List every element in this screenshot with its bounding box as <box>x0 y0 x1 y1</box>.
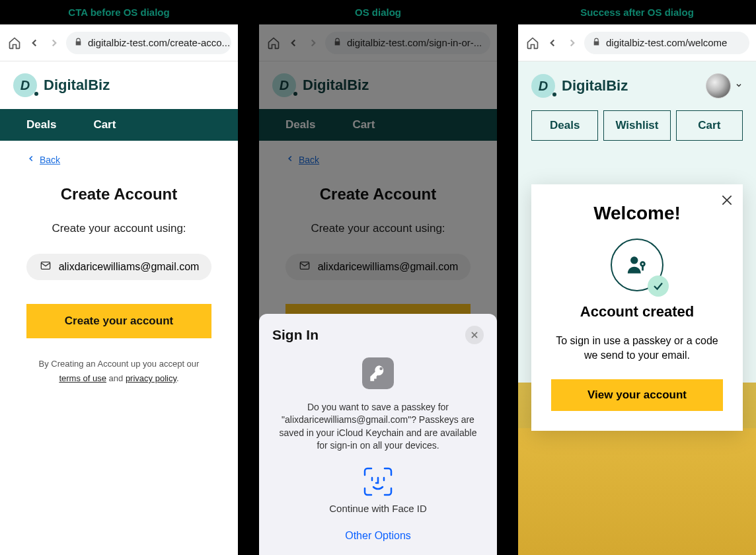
passkey-key-icon <box>362 357 394 389</box>
faceid-icon <box>362 466 394 498</box>
view-account-button[interactable]: View your account <box>551 379 723 411</box>
welcome-card: Welcome! Account created To sign in use … <box>531 184 743 431</box>
mail-icon <box>39 260 52 274</box>
chevron-down-icon <box>735 81 743 91</box>
nav-bar: Deals Cart <box>0 109 238 141</box>
tab-bar: Deals Wishlist Cart <box>518 110 756 141</box>
nav-cart[interactable]: Cart <box>93 118 116 131</box>
other-options-link[interactable]: Other Options <box>272 530 484 542</box>
legal-text: By Creating an Account up you accept our… <box>26 357 211 386</box>
nav-deals[interactable]: Deals <box>26 118 56 131</box>
brand[interactable]: D DigitalBiz <box>13 73 110 97</box>
browser-bar: digitalbiz-test.com/welcome <box>518 24 756 61</box>
welcome-body: To sign in use a passkey or a code we se… <box>551 334 723 363</box>
caption-s2: OS dialog <box>259 0 497 24</box>
tab-wishlist[interactable]: Wishlist <box>603 110 670 141</box>
back-icon[interactable] <box>545 35 560 51</box>
svg-point-8 <box>630 256 638 264</box>
dialog-title: Sign In <box>272 327 319 343</box>
privacy-link[interactable]: privacy policy <box>126 373 176 383</box>
back-icon[interactable] <box>26 35 42 51</box>
app-header: D DigitalBiz <box>518 61 756 110</box>
caption-s1: CTA before OS dialog <box>0 0 238 24</box>
back-label: Back <box>40 155 60 165</box>
home-icon[interactable] <box>525 35 541 51</box>
success-icon <box>611 239 663 291</box>
url-bar[interactable]: digitalbiz-test.com/welcome <box>584 32 749 54</box>
dialog-body: Do you want to save a passkey for "alixd… <box>272 401 484 453</box>
brand[interactable]: D DigitalBiz <box>531 74 628 98</box>
lock-icon <box>74 38 83 48</box>
url-text: digitalbiz-test.com/create-acco... <box>88 37 230 48</box>
terms-link[interactable]: terms of use <box>59 373 106 383</box>
tab-cart[interactable]: Cart <box>676 110 743 141</box>
account-menu[interactable] <box>706 73 743 98</box>
chevron-left-icon <box>26 154 36 165</box>
welcome-title: Welcome! <box>551 203 723 224</box>
create-account-button[interactable]: Create your account <box>26 304 211 338</box>
url-text: digitalbiz-test.com/welcome <box>606 37 727 48</box>
account-created-label: Account created <box>551 303 723 320</box>
os-passkey-dialog: Sign In Do you want to save a passkey fo… <box>259 314 497 555</box>
email-text: alixdaricewilliams@gmail.com <box>59 261 200 273</box>
home-icon[interactable] <box>7 35 22 51</box>
tab-deals[interactable]: Deals <box>531 110 598 141</box>
faceid-label[interactable]: Continue with Face ID <box>272 503 484 514</box>
close-icon[interactable] <box>720 194 734 211</box>
back-link[interactable]: Back <box>26 154 211 165</box>
brand-logo-icon: D <box>13 73 37 97</box>
brand-logo-icon: D <box>531 74 555 98</box>
dialog-close-button[interactable] <box>465 326 484 344</box>
forward-icon[interactable] <box>46 35 62 51</box>
svg-point-9 <box>641 262 645 266</box>
page-subtitle: Create your account using: <box>26 222 211 235</box>
forward-icon[interactable] <box>564 35 580 51</box>
caption-s3: Success after OS dialog <box>518 0 756 24</box>
browser-bar: digitalbiz-test.com/create-acco... <box>0 24 238 61</box>
app-header: D DigitalBiz <box>0 61 238 109</box>
checkmark-icon <box>648 276 669 297</box>
avatar-icon <box>706 73 731 98</box>
url-bar[interactable]: digitalbiz-test.com/create-acco... <box>66 32 231 54</box>
brand-name: DigitalBiz <box>44 77 110 94</box>
brand-name: DigitalBiz <box>562 77 628 94</box>
page-title: Create Account <box>26 185 211 204</box>
email-pill: alixdaricewilliams@gmail.com <box>26 254 211 280</box>
lock-icon <box>592 38 601 48</box>
